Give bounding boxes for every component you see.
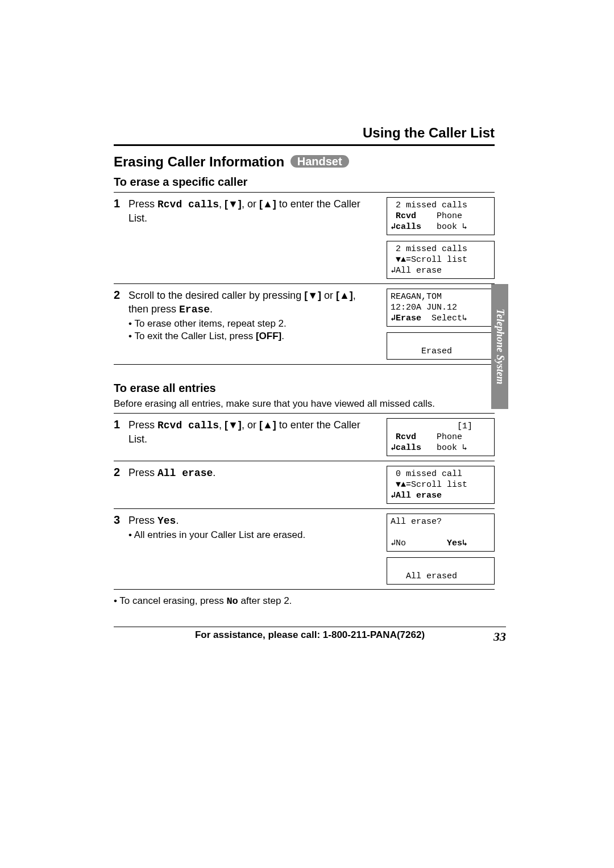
page-number: 33 bbox=[493, 629, 506, 644]
step-body: Press Yes. All entries in your Caller Li… bbox=[128, 514, 387, 585]
step-number: 1 bbox=[114, 197, 128, 279]
page-title: Erasing Caller Information bbox=[114, 154, 284, 169]
step-number: 2 bbox=[114, 289, 128, 360]
up-arrow-key: [▲] bbox=[259, 419, 276, 431]
step-body: Press Rcvd calls, [▼], or [▲] to enter t… bbox=[128, 197, 387, 279]
lcd-screen: 2 missed calls ▼▲=Scroll list ↲All erase bbox=[387, 241, 495, 279]
step-row: 1 Press Rcvd calls, [▼], or [▲] to enter… bbox=[114, 193, 495, 284]
steps-all: 1 Press Rcvd calls, [▼], or [▲] to enter… bbox=[114, 413, 495, 590]
page-footer: For assistance, please call: 1-800-211-P… bbox=[114, 627, 506, 641]
step-body: Press Rcvd calls, [▼], or [▲] to enter t… bbox=[128, 418, 387, 456]
handset-badge: Handset bbox=[291, 155, 349, 168]
section-title: Using the Caller List bbox=[114, 125, 495, 141]
step-row: 2 Press All erase. 0 missed call ▼▲=Scro… bbox=[114, 461, 495, 509]
intro-text: Before erasing all entries, make sure th… bbox=[114, 398, 495, 410]
step-number: 2 bbox=[114, 466, 128, 504]
footer-assist: For assistance, please call: 1-800-211-P… bbox=[195, 629, 425, 641]
side-tab-label: Telephone System bbox=[494, 309, 506, 385]
step-number: 1 bbox=[114, 418, 128, 456]
step-row: 2 Scroll to the desired caller by pressi… bbox=[114, 284, 495, 365]
down-arrow-key: [▼] bbox=[225, 419, 242, 431]
horizontal-rule bbox=[114, 144, 495, 146]
side-tab: Telephone System bbox=[491, 284, 508, 409]
lcd-screen: 2 missed calls Rcvd Phone ↲calls book ↳ bbox=[387, 197, 495, 235]
lcd-screen: [1] Rcvd Phone ↲calls book ↳ bbox=[387, 418, 495, 456]
lcd-screen: Erased bbox=[387, 332, 495, 360]
up-arrow-key: [▲] bbox=[336, 290, 353, 301]
lcd-screen: All erase? ↲No Yes↳ bbox=[387, 514, 495, 552]
lcd-screen: All erased bbox=[387, 557, 495, 585]
page-title-line: Erasing Caller Information Handset bbox=[114, 154, 495, 170]
lcd-screen: 0 missed call ▼▲=Scroll list ↲All erase bbox=[387, 466, 495, 504]
steps-specific: 1 Press Rcvd calls, [▼], or [▲] to enter… bbox=[114, 192, 495, 365]
bullet: To erase other items, repeat step 2. bbox=[128, 318, 375, 330]
step-row: 3 Press Yes. All entries in your Caller … bbox=[114, 509, 495, 590]
bullet: To exit the Caller List, press [OFF]. bbox=[128, 330, 375, 343]
step-body: Press All erase. bbox=[128, 466, 387, 504]
cancel-note: • To cancel erasing, press No after step… bbox=[114, 595, 495, 607]
step-row: 1 Press Rcvd calls, [▼], or [▲] to enter… bbox=[114, 414, 495, 461]
lcd-screen: REAGAN,TOM 12:20A JUN.12 ↲Erase Select↳ bbox=[387, 289, 495, 327]
heading-all: To erase all entries bbox=[114, 382, 495, 395]
bullet: All entries in your Caller List are eras… bbox=[128, 529, 375, 541]
step-number: 3 bbox=[114, 514, 128, 585]
down-arrow-key: [▼] bbox=[225, 198, 242, 210]
up-arrow-key: [▲] bbox=[259, 198, 276, 210]
step-body: Scroll to the desired caller by pressing… bbox=[128, 289, 387, 360]
heading-specific: To erase a specific caller bbox=[114, 176, 495, 189]
down-arrow-key: [▼] bbox=[304, 290, 321, 301]
